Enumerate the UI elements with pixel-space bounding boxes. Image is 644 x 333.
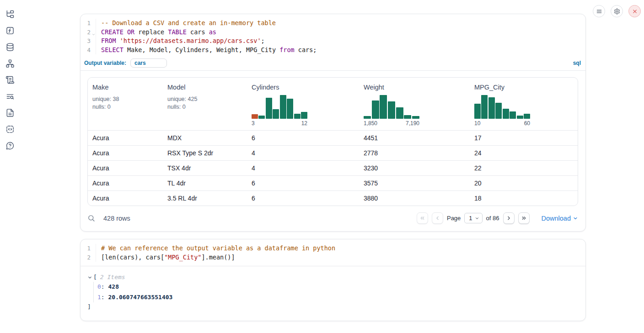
column-header-label: Cylinders xyxy=(252,84,354,91)
histogram[interactable] xyxy=(252,95,307,119)
histogram[interactable] xyxy=(364,95,419,119)
column-header[interactable]: MPG_City1060 xyxy=(470,78,578,130)
table-cell: Acura xyxy=(88,164,163,172)
table-cell: Acura xyxy=(88,134,163,142)
table-cell: 17 xyxy=(470,134,578,142)
last-page-button[interactable] xyxy=(518,212,530,224)
row-count: 428 rows xyxy=(103,215,130,222)
file-tree-icon[interactable] xyxy=(5,9,15,19)
search-icon[interactable] xyxy=(87,214,96,222)
python-output: [ 2 Items 0: 4281: 20.060747663551403 ] xyxy=(80,266,585,321)
axis-max-label: 60 xyxy=(524,120,530,127)
hamburger-icon xyxy=(596,8,602,15)
histogram-bar xyxy=(301,112,307,119)
histogram[interactable] xyxy=(474,95,530,119)
entry-key: 1 xyxy=(97,294,101,301)
sql-code-editor[interactable]: 1-- Download a CSV and create an in-memo… xyxy=(80,14,585,57)
code-line: 1-- Download a CSV and create an in-memo… xyxy=(80,19,585,28)
table-cell: MDX xyxy=(163,134,247,142)
next-page-button[interactable] xyxy=(503,212,515,224)
table-row: AcuraMDX6445117 xyxy=(88,130,578,145)
app-window: 1-- Download a CSV and create an in-memo… xyxy=(0,0,644,333)
table-cell: 6 xyxy=(247,134,359,142)
menu-button[interactable] xyxy=(593,5,605,17)
column-header[interactable]: Weight1,8507,190 xyxy=(359,78,470,130)
code-line: 4SELECT Make, Model, Cylinders, Weight, … xyxy=(80,46,585,55)
python-code-editor[interactable]: 1# We can reference the output variable … xyxy=(80,239,585,266)
table-cell: 20 xyxy=(470,180,578,187)
chevron-down-icon xyxy=(475,216,479,221)
column-header[interactable]: Cylinders312 xyxy=(247,78,359,130)
histogram-bar xyxy=(488,97,495,119)
page-select-value: 1 xyxy=(469,215,472,222)
table-cell: RSX Type S 2dr xyxy=(163,149,247,157)
table-cell: 2778 xyxy=(359,149,470,157)
histogram-bar xyxy=(388,101,395,119)
dependency-graph-icon[interactable] xyxy=(5,58,15,69)
code-text: [len(cars), cars["MPG_City"].mean()] xyxy=(96,253,235,262)
line-number: 1 xyxy=(80,244,96,253)
help-bubble-icon[interactable] xyxy=(5,141,15,151)
histogram-bar xyxy=(252,114,258,119)
window-controls xyxy=(593,5,641,17)
table-cell: 18 xyxy=(470,195,578,202)
language-badge: sql xyxy=(573,60,581,66)
histogram-bar xyxy=(503,109,509,119)
gear-icon xyxy=(614,8,620,15)
table-cell: 4451 xyxy=(359,134,470,142)
code-text: SELECT Make, Model, Cylinders, Weight, M… xyxy=(96,46,317,55)
json-tree-root[interactable]: [ 2 Items xyxy=(87,273,578,282)
table-row: AcuraTSX 4dr4323022 xyxy=(88,160,578,175)
scroll-text-icon[interactable] xyxy=(5,75,15,85)
chevron-right-icon xyxy=(506,215,512,221)
table-cell: TL 4dr xyxy=(163,180,247,187)
python-cell: 1# We can reference the output variable … xyxy=(80,239,586,321)
output-variable-row: Output variable: sql xyxy=(80,57,585,71)
entry-value: 428 xyxy=(108,283,118,290)
chevron-left-icon xyxy=(435,215,440,221)
code-line: 2[len(cars), cars["MPG_City"].mean()] xyxy=(80,253,585,262)
table-cell: Acura xyxy=(88,180,163,187)
code-text: CREATE OR replace TABLE cars as xyxy=(96,28,216,37)
axis-min-label: 10 xyxy=(474,120,480,127)
shutdown-button[interactable] xyxy=(628,5,641,17)
table-cell: 22 xyxy=(470,164,578,172)
column-header[interactable]: Makeunique: 38nulls: 0 xyxy=(88,78,163,130)
histogram-bar xyxy=(287,99,293,119)
table-row: Acura3.5 RL 4dr6388018 xyxy=(88,190,578,206)
previous-page-button[interactable] xyxy=(432,212,443,224)
histogram-bar xyxy=(280,95,286,119)
chevron-down-icon xyxy=(87,275,92,280)
histogram-bar xyxy=(404,115,411,119)
line-number: 4 xyxy=(80,46,96,55)
table-cell: 3880 xyxy=(359,195,470,202)
page-select[interactable]: 1 xyxy=(464,213,482,223)
output-variable-input[interactable] xyxy=(130,58,167,68)
table-cell: 3230 xyxy=(359,164,470,172)
line-number: 1 xyxy=(80,19,96,28)
entry-value: 20.060747663551403 xyxy=(108,294,172,301)
axis-min-label: 1,850 xyxy=(364,120,377,127)
file-text-icon[interactable] xyxy=(5,108,15,118)
table-cell: 4 xyxy=(247,149,359,157)
database-icon[interactable] xyxy=(5,42,15,52)
download-button[interactable]: Download xyxy=(542,215,579,222)
histogram-bar xyxy=(517,116,523,119)
column-header[interactable]: Modelunique: 425nulls: 0 xyxy=(163,78,247,130)
first-page-button[interactable] xyxy=(417,212,428,224)
axis-max-label: 12 xyxy=(301,120,307,127)
close-icon xyxy=(632,8,638,15)
column-stats: unique: 38nulls: 0 xyxy=(92,95,158,111)
histogram-bar xyxy=(396,107,403,119)
table-cell: TSX 4dr xyxy=(163,164,247,172)
histogram-bar xyxy=(495,103,502,119)
settings-button[interactable] xyxy=(611,5,623,17)
line-number: 2 xyxy=(80,28,96,37)
function-square-icon[interactable] xyxy=(5,26,15,36)
histogram-bar xyxy=(364,116,371,119)
table-body: AcuraMDX6445117AcuraRSX Type S 2dr427782… xyxy=(88,130,578,206)
text-search-icon[interactable] xyxy=(5,91,15,101)
histogram-axis: 312 xyxy=(252,120,307,127)
table-footer: 428 rows Page 1 of 86 xyxy=(80,206,585,231)
code-snippet-icon[interactable] xyxy=(5,124,15,134)
